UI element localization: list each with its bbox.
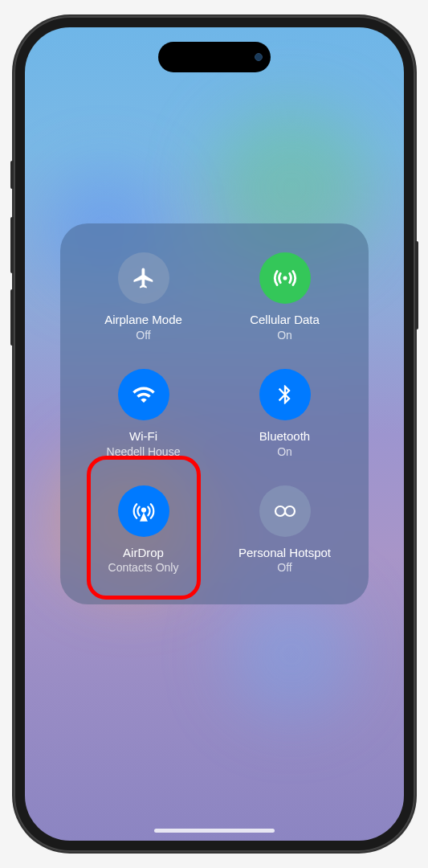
wifi-status: Needell House (107, 444, 181, 459)
bluetooth-label: Bluetooth (259, 428, 310, 444)
volume-down-button (10, 289, 14, 346)
hotspot-control[interactable]: Personal Hotspot Off (214, 472, 356, 588)
svg-point-0 (283, 276, 287, 280)
svg-point-3 (285, 506, 295, 516)
camera-dot (255, 53, 263, 61)
cellular-data-control[interactable]: Cellular Data On (214, 240, 356, 356)
airdrop-status: Contacts Only (108, 560, 179, 575)
phone-frame: Airplane Mode Off Cellular Data On (14, 16, 415, 852)
bluetooth-control[interactable]: Bluetooth On (214, 356, 356, 473)
wifi-icon (118, 369, 169, 420)
cellular-icon (259, 252, 311, 304)
hotspot-status: Off (277, 560, 291, 575)
bluetooth-icon (259, 369, 311, 420)
power-button (415, 241, 418, 330)
cellular-status: On (277, 328, 292, 342)
airplane-label: Airplane Mode (104, 312, 182, 328)
airdrop-icon (118, 485, 169, 537)
airdrop-label: AirDrop (123, 545, 164, 561)
hotspot-label: Personal Hotspot (238, 545, 331, 561)
bluetooth-status: On (277, 444, 292, 459)
home-indicator[interactable] (154, 829, 275, 833)
volume-up-button (10, 217, 14, 273)
airdrop-control[interactable]: AirDrop Contacts Only (73, 472, 214, 588)
wifi-label: Wi-Fi (129, 428, 157, 444)
wifi-control[interactable]: Wi-Fi Needell House (73, 356, 214, 473)
hotspot-icon (259, 485, 311, 537)
cellular-label: Cellular Data (250, 312, 320, 328)
airplane-icon (118, 252, 169, 304)
svg-point-2 (275, 506, 285, 516)
dynamic-island (158, 42, 271, 72)
screen: Airplane Mode Off Cellular Data On (25, 27, 404, 841)
connectivity-panel: Airplane Mode Off Cellular Data On (60, 223, 369, 604)
svg-point-1 (141, 507, 145, 512)
mute-switch (10, 161, 14, 189)
airplane-mode-control[interactable]: Airplane Mode Off (73, 240, 214, 356)
airplane-status: Off (136, 328, 150, 342)
